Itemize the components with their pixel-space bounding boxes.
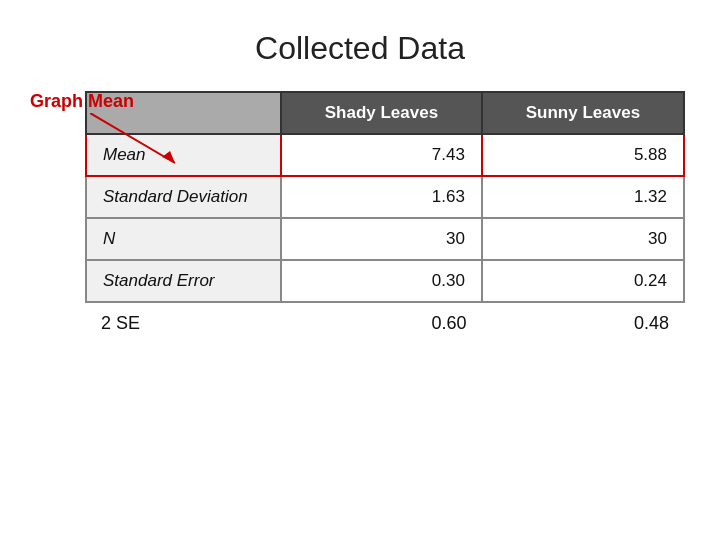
svg-marker-1	[162, 151, 175, 163]
svg-line-0	[90, 113, 175, 163]
row-label-stddev: Standard Deviation	[86, 176, 281, 218]
footer-row: 2 SE 0.60 0.48	[85, 309, 685, 338]
row-shady-stderr: 0.30	[281, 260, 482, 302]
footer-label: 2 SE	[85, 313, 280, 334]
footer-sunny: 0.48	[490, 313, 685, 334]
col-header-sunny: Sunny Leaves	[482, 92, 684, 134]
footer-shady: 0.60	[288, 313, 483, 334]
row-sunny-stderr: 0.24	[482, 260, 684, 302]
row-sunny-mean: 5.88	[482, 134, 684, 176]
col-header-shady: Shady Leaves	[281, 92, 482, 134]
row-shady-n: 30	[281, 218, 482, 260]
graph-mean-label: Graph Mean	[30, 91, 134, 112]
table-row-n: N 30 30	[86, 218, 684, 260]
page-title: Collected Data	[255, 30, 465, 67]
row-sunny-stddev: 1.32	[482, 176, 684, 218]
row-shady-stddev: 1.63	[281, 176, 482, 218]
row-label-n: N	[86, 218, 281, 260]
content-area: Graph Mean Shady Leaves Sunny Leaves Mea…	[30, 91, 690, 338]
table-row-stderr: Standard Error 0.30 0.24	[86, 260, 684, 302]
row-sunny-n: 30	[482, 218, 684, 260]
table-row-stddev: Standard Deviation 1.63 1.32	[86, 176, 684, 218]
arrow-icon	[90, 113, 210, 173]
row-shady-mean: 7.43	[281, 134, 482, 176]
row-label-stderr: Standard Error	[86, 260, 281, 302]
